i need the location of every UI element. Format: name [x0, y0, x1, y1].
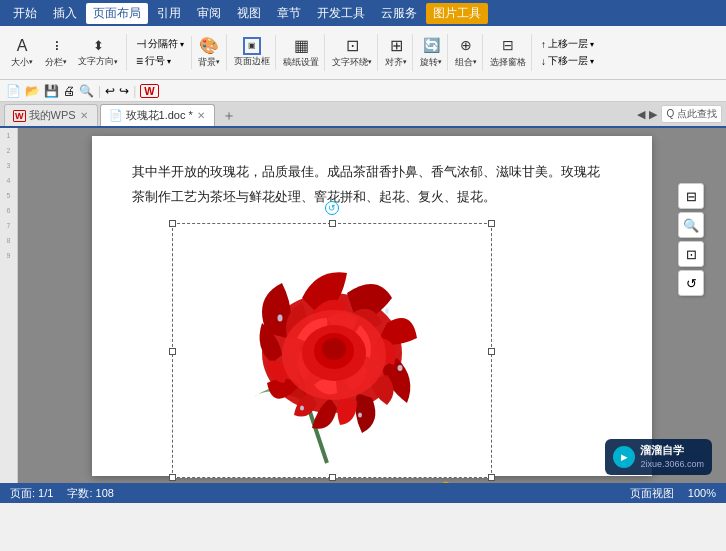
- rotate-btn[interactable]: 🔄 旋转▾: [415, 34, 448, 71]
- editor-main: 123456789 其中半开放的玫瑰花，品质最佳。成品茶甜香扑鼻、香气浓郁、滋味…: [0, 128, 726, 483]
- view-mode[interactable]: 页面视图: [630, 486, 674, 501]
- float-toolbar: ⊟ 🔍 ⊡ ↺: [678, 183, 704, 296]
- font-size-btn[interactable]: A 大小▾: [6, 34, 38, 70]
- background-btn[interactable]: 🎨 背景▾: [194, 34, 227, 70]
- watermark: ▶ 溜溜自学 2ixue.3066.com: [605, 439, 712, 475]
- next-doc-btn[interactable]: ▶: [649, 108, 657, 121]
- anchor-handle[interactable]: ⊙ ⊕: [421, 477, 452, 483]
- zoom-level: 100%: [688, 487, 716, 499]
- float-pos-btn[interactable]: ⊟: [678, 183, 704, 209]
- wps-tab-logo: W: [13, 110, 26, 122]
- svg-point-6: [278, 315, 283, 322]
- layout-menu[interactable]: 页面布局: [86, 3, 148, 24]
- word-count: 字数: 108: [67, 486, 113, 501]
- text-dir-btn[interactable]: ⬍ 文字方向▾: [74, 35, 122, 70]
- vertical-ruler: 123456789: [0, 128, 18, 483]
- page-text: 其中半开放的玫瑰花，品质最佳。成品茶甜香扑鼻、香气浓郁、滋味甘美。玫瑰花茶制作工…: [132, 160, 612, 209]
- picture-tools-menu[interactable]: 图片工具: [426, 3, 488, 24]
- svg-point-5: [322, 338, 346, 360]
- menu-bar: 开始 插入 页面布局 引用 审阅 视图 章节 开发工具 云服务 图片工具: [0, 0, 726, 26]
- watermark-logo: ▶: [613, 446, 635, 468]
- document-page: 其中半开放的玫瑰花，品质最佳。成品茶甜香扑鼻、香气浓郁、滋味甘美。玫瑰花茶制作工…: [92, 136, 652, 476]
- float-rot-btn[interactable]: ↺: [678, 270, 704, 296]
- svg-point-7: [385, 308, 389, 314]
- file-toolbar: 📄 📂 💾 🖨 🔍 | ↩ ↪ | W: [0, 80, 726, 102]
- devtools-menu[interactable]: 开发工具: [310, 3, 372, 24]
- svg-point-9: [358, 413, 362, 418]
- start-menu[interactable]: 开始: [6, 3, 44, 24]
- svg-point-10: [300, 406, 304, 411]
- page-area: 其中半开放的玫瑰花，品质最佳。成品茶甜香扑鼻、香气浓郁、滋味甘美。玫瑰花茶制作工…: [18, 128, 726, 483]
- redo-btn[interactable]: ↪: [119, 84, 129, 98]
- rose-image: [172, 223, 492, 478]
- select-pane-btn[interactable]: ⊟ 选择窗格: [485, 34, 532, 71]
- rotate-handle[interactable]: ↺: [325, 201, 339, 215]
- text-wrap-btn[interactable]: ⊡ 文字环绕▾: [327, 34, 378, 70]
- undo-btn[interactable]: ↩: [105, 84, 115, 98]
- combine-btn[interactable]: ⊕ 组合▾: [450, 34, 483, 71]
- search-btn[interactable]: Q 点此查找: [661, 105, 722, 123]
- doc-tab-icon: 📄: [109, 109, 123, 122]
- chapter-menu[interactable]: 章节: [270, 3, 308, 24]
- columns-btn[interactable]: ⫶ 分栏▾: [40, 34, 72, 71]
- page-info: 页面: 1/1: [10, 486, 53, 501]
- insert-menu[interactable]: 插入: [46, 3, 84, 24]
- paper-btn[interactable]: ▦ 稿纸设置: [278, 34, 325, 70]
- doc-tab-label: 玫瑰花1.doc *: [126, 108, 193, 123]
- tab-doc[interactable]: 📄 玫瑰花1.doc * ✕: [100, 104, 215, 126]
- reference-menu[interactable]: 引用: [150, 3, 188, 24]
- preview-btn[interactable]: 🔍: [79, 84, 94, 98]
- save-btn[interactable]: 💾: [44, 84, 59, 98]
- toolbar: A 大小▾ ⫶ 分栏▾ ⬍ 文字方向▾ ⊣分隔符▾ ≡行号▾ 🎨 背景▾ ▣ 页…: [0, 26, 726, 80]
- add-tab-btn[interactable]: ＋: [217, 104, 241, 126]
- view-menu[interactable]: 视图: [230, 3, 268, 24]
- separator-btn[interactable]: ⊣分隔符▾: [133, 36, 187, 52]
- wps-tab-label: 我的WPS: [29, 108, 76, 123]
- prev-doc-btn[interactable]: ◀: [637, 108, 645, 121]
- print-btn[interactable]: 🖨: [63, 84, 75, 98]
- status-bar: 页面: 1/1 字数: 108 页面视图 100%: [0, 483, 726, 503]
- close-wps-tab[interactable]: ✕: [79, 110, 89, 121]
- wps-logo: W: [140, 84, 158, 98]
- align-btn[interactable]: ⊞ 对齐▾: [380, 34, 413, 70]
- new-btn[interactable]: 📄: [6, 84, 21, 98]
- line-num-btn[interactable]: ≡行号▾: [133, 53, 174, 69]
- image-container[interactable]: ↺ ⊙ ⊕: [172, 223, 492, 478]
- move-up-btn[interactable]: ↑上移一层▾: [538, 36, 597, 52]
- svg-point-8: [398, 365, 403, 371]
- review-menu[interactable]: 审阅: [190, 3, 228, 24]
- page-border-btn[interactable]: ▣ 页面边框: [229, 35, 276, 70]
- cloud-menu[interactable]: 云服务: [374, 3, 424, 24]
- order-group: ↑上移一层▾ ↓下移一层▾: [534, 36, 601, 69]
- watermark-text: 溜溜自学 2ixue.3066.com: [640, 443, 704, 471]
- tab-wps[interactable]: W 我的WPS ✕: [4, 104, 98, 126]
- open-btn[interactable]: 📂: [25, 84, 40, 98]
- move-down-btn[interactable]: ↓下移一层▾: [538, 53, 597, 69]
- float-zoom-btn[interactable]: 🔍: [678, 212, 704, 238]
- tab-right: ◀ ▶ Q 点此查找: [637, 105, 722, 123]
- float-crop-btn[interactable]: ⊡: [678, 241, 704, 267]
- spacing-group: ⊣分隔符▾ ≡行号▾: [129, 36, 192, 69]
- close-doc-tab[interactable]: ✕: [196, 110, 206, 121]
- font-size-group: A 大小▾ ⫶ 分栏▾ ⬍ 文字方向▾: [6, 34, 127, 71]
- tab-bar: W 我的WPS ✕ 📄 玫瑰花1.doc * ✕ ＋ ◀ ▶ Q 点此查找: [0, 102, 726, 128]
